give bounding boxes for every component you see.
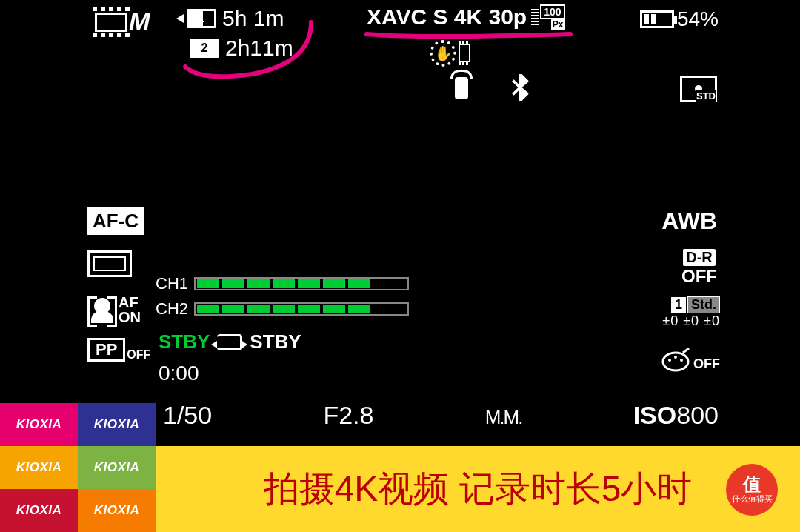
- remote-icon: [455, 77, 468, 99]
- metered-manual: M.M.: [485, 406, 522, 429]
- slot-2-time: 2h11m: [225, 36, 293, 61]
- smzdm-watermark: 值 什么值得买: [726, 464, 778, 516]
- memory-slots: 1 5h 1m 2 2h11m: [176, 6, 293, 61]
- ch2-meter: [194, 302, 409, 316]
- audio-levels: CH1 CH2: [156, 274, 409, 319]
- battery-icon: [640, 10, 674, 28]
- mode-label: M: [129, 7, 150, 36]
- focus-mode: AF-C: [87, 207, 144, 235]
- exposure-row: 1/50 F2.8 M.M. ISO800: [163, 401, 719, 430]
- kioxia-logo-grid: KIOXIAKIOXIA KIOXIAKIOXIA KIOXIAKIOXIA: [0, 403, 156, 532]
- record-mode-indicator: M: [95, 7, 150, 36]
- picture-effect: OFF: [661, 347, 720, 372]
- dro-setting: D-R OFF: [681, 249, 717, 287]
- svg-point-3: [680, 359, 683, 362]
- creative-style: 1 Std. ±0 ±0 ±0: [662, 296, 720, 329]
- svg-point-0: [663, 353, 688, 370]
- record-format: XAVC S 4K 30p 100 Px: [367, 4, 565, 30]
- timecode: 0:00: [159, 362, 199, 385]
- face-af-icon: AF ON: [87, 295, 141, 325]
- steadyshot-icon: ✋: [430, 40, 470, 67]
- ch2-label: CH2: [156, 299, 188, 319]
- metering-mode-icon: STD: [680, 76, 717, 102]
- slot-1-time: 5h 1m: [222, 6, 284, 31]
- svg-point-1: [668, 359, 671, 362]
- ch1-label: CH1: [156, 274, 188, 293]
- focus-area-icon: [87, 250, 132, 277]
- ch1-meter: [194, 277, 409, 290]
- iso: ISO800: [633, 401, 719, 430]
- caption-text: 拍摄4K视频 记录时长5小时: [264, 465, 693, 513]
- caption-banner: 拍摄4K视频 记录时长5小时: [156, 446, 800, 532]
- sd-slot-1-icon: 1: [187, 9, 216, 28]
- battery-indicator: 54%: [640, 7, 719, 31]
- sd-slot-2-icon: 2: [190, 39, 219, 58]
- svg-point-2: [674, 356, 677, 359]
- output-icon: [217, 334, 242, 350]
- bluetooth-icon: [510, 74, 530, 106]
- battery-percent: 54%: [677, 7, 719, 31]
- white-balance: AWB: [661, 207, 717, 235]
- standby-status: STBY STBY: [159, 330, 301, 353]
- aperture: F2.8: [323, 401, 373, 430]
- palette-icon: [661, 347, 692, 372]
- picture-profile: PP OFF: [87, 338, 150, 362]
- bitrate-icon: 100: [540, 4, 564, 19]
- shutter-speed: 1/50: [163, 401, 212, 430]
